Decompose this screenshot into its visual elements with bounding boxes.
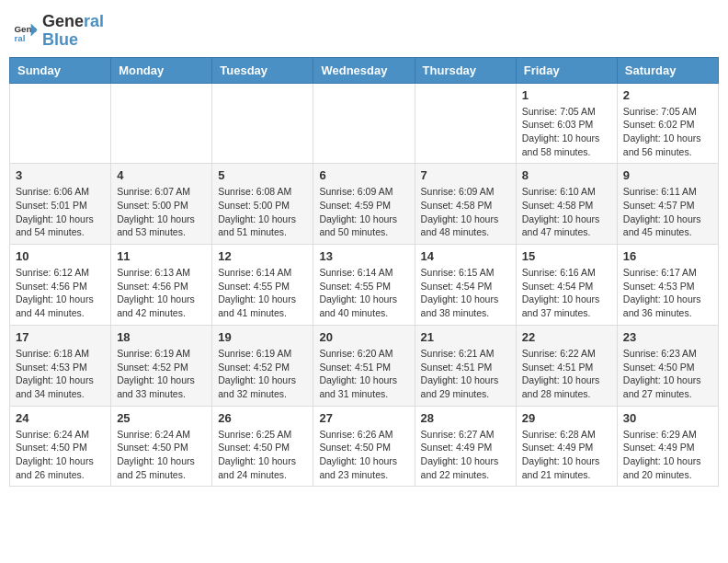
day-number: 22 xyxy=(522,330,611,344)
logo-text: General Blue xyxy=(42,13,104,50)
day-info: Sunrise: 6:08 AMSunset: 5:00 PMDaylight:… xyxy=(218,185,307,239)
calendar-cell xyxy=(212,83,313,164)
calendar-cell xyxy=(10,83,111,164)
day-info: Sunrise: 6:28 AMSunset: 4:49 PMDaylight:… xyxy=(522,428,611,482)
calendar-header-row: SundayMondayTuesdayWednesdayThursdayFrid… xyxy=(10,57,719,83)
day-info: Sunrise: 6:07 AMSunset: 5:00 PMDaylight:… xyxy=(117,185,206,239)
day-number: 14 xyxy=(421,249,510,263)
calendar-cell xyxy=(111,83,212,164)
day-number: 13 xyxy=(319,249,408,263)
day-info: Sunrise: 6:29 AMSunset: 4:49 PMDaylight:… xyxy=(623,428,712,482)
calendar-cell: 18Sunrise: 6:19 AMSunset: 4:52 PMDayligh… xyxy=(111,325,212,406)
svg-text:ral: ral xyxy=(14,33,25,43)
day-info: Sunrise: 6:17 AMSunset: 4:53 PMDaylight:… xyxy=(623,266,712,320)
calendar-cell: 5Sunrise: 6:08 AMSunset: 5:00 PMDaylight… xyxy=(212,164,313,245)
weekday-header-friday: Friday xyxy=(516,57,617,83)
day-info: Sunrise: 6:19 AMSunset: 4:52 PMDaylight:… xyxy=(218,347,307,401)
calendar-cell: 9Sunrise: 6:11 AMSunset: 4:57 PMDaylight… xyxy=(617,164,718,245)
calendar-cell: 25Sunrise: 6:24 AMSunset: 4:50 PMDayligh… xyxy=(111,406,212,487)
calendar-cell: 26Sunrise: 6:25 AMSunset: 4:50 PMDayligh… xyxy=(212,406,313,487)
day-number: 26 xyxy=(218,411,307,425)
weekday-header-monday: Monday xyxy=(111,57,212,83)
calendar-cell: 6Sunrise: 6:09 AMSunset: 4:59 PMDaylight… xyxy=(313,164,415,245)
day-number: 24 xyxy=(16,411,105,425)
calendar-cell: 24Sunrise: 6:24 AMSunset: 4:50 PMDayligh… xyxy=(10,406,111,487)
calendar-week-row: 3Sunrise: 6:06 AMSunset: 5:01 PMDaylight… xyxy=(10,164,719,245)
day-info: Sunrise: 6:11 AMSunset: 4:57 PMDaylight:… xyxy=(623,185,712,239)
day-number: 16 xyxy=(623,249,712,263)
day-info: Sunrise: 7:05 AMSunset: 6:03 PMDaylight:… xyxy=(522,105,611,159)
calendar-cell: 17Sunrise: 6:18 AMSunset: 4:53 PMDayligh… xyxy=(10,325,111,406)
day-info: Sunrise: 6:19 AMSunset: 4:52 PMDaylight:… xyxy=(117,347,206,401)
day-number: 5 xyxy=(218,168,307,182)
calendar-cell: 12Sunrise: 6:14 AMSunset: 4:55 PMDayligh… xyxy=(212,245,313,326)
day-number: 30 xyxy=(623,411,712,425)
calendar-cell: 11Sunrise: 6:13 AMSunset: 4:56 PMDayligh… xyxy=(111,245,212,326)
logo: Gene ral General Blue xyxy=(13,13,104,50)
calendar-cell: 30Sunrise: 6:29 AMSunset: 4:49 PMDayligh… xyxy=(617,406,718,487)
calendar-cell: 23Sunrise: 6:23 AMSunset: 4:50 PMDayligh… xyxy=(617,325,718,406)
day-info: Sunrise: 6:10 AMSunset: 4:58 PMDaylight:… xyxy=(522,185,611,239)
day-info: Sunrise: 7:05 AMSunset: 6:02 PMDaylight:… xyxy=(623,105,712,159)
calendar-cell xyxy=(415,83,516,164)
day-info: Sunrise: 6:14 AMSunset: 4:55 PMDaylight:… xyxy=(319,266,408,320)
day-number: 15 xyxy=(522,249,611,263)
day-number: 3 xyxy=(16,168,105,182)
day-number: 2 xyxy=(623,88,712,102)
logo-icon: Gene ral xyxy=(13,18,39,44)
day-info: Sunrise: 6:21 AMSunset: 4:51 PMDaylight:… xyxy=(421,347,510,401)
calendar-cell: 19Sunrise: 6:19 AMSunset: 4:52 PMDayligh… xyxy=(212,325,313,406)
day-info: Sunrise: 6:12 AMSunset: 4:56 PMDaylight:… xyxy=(16,266,105,320)
calendar-cell: 21Sunrise: 6:21 AMSunset: 4:51 PMDayligh… xyxy=(415,325,516,406)
day-number: 29 xyxy=(522,411,611,425)
calendar-cell: 2Sunrise: 7:05 AMSunset: 6:02 PMDaylight… xyxy=(617,83,718,164)
calendar-cell xyxy=(313,83,415,164)
day-number: 9 xyxy=(623,168,712,182)
day-info: Sunrise: 6:09 AMSunset: 4:59 PMDaylight:… xyxy=(319,185,408,239)
day-number: 20 xyxy=(319,330,408,344)
day-number: 23 xyxy=(623,330,712,344)
calendar-cell: 7Sunrise: 6:09 AMSunset: 4:58 PMDaylight… xyxy=(415,164,516,245)
calendar-week-row: 1Sunrise: 7:05 AMSunset: 6:03 PMDaylight… xyxy=(10,83,719,164)
day-number: 4 xyxy=(117,168,206,182)
day-info: Sunrise: 6:06 AMSunset: 5:01 PMDaylight:… xyxy=(16,185,105,239)
day-info: Sunrise: 6:24 AMSunset: 4:50 PMDaylight:… xyxy=(117,428,206,482)
day-info: Sunrise: 6:13 AMSunset: 4:56 PMDaylight:… xyxy=(117,266,206,320)
calendar-cell: 20Sunrise: 6:20 AMSunset: 4:51 PMDayligh… xyxy=(313,325,415,406)
day-number: 10 xyxy=(16,249,105,263)
calendar-cell: 1Sunrise: 7:05 AMSunset: 6:03 PMDaylight… xyxy=(516,83,617,164)
calendar-cell: 27Sunrise: 6:26 AMSunset: 4:50 PMDayligh… xyxy=(313,406,415,487)
day-info: Sunrise: 6:16 AMSunset: 4:54 PMDaylight:… xyxy=(522,266,611,320)
day-number: 17 xyxy=(16,330,105,344)
calendar-cell: 10Sunrise: 6:12 AMSunset: 4:56 PMDayligh… xyxy=(10,245,111,326)
day-number: 6 xyxy=(319,168,408,182)
day-number: 8 xyxy=(522,168,611,182)
calendar-table: SundayMondayTuesdayWednesdayThursdayFrid… xyxy=(9,57,719,488)
weekday-header-sunday: Sunday xyxy=(10,57,111,83)
page-header: Gene ral General Blue xyxy=(9,9,719,50)
calendar-week-row: 24Sunrise: 6:24 AMSunset: 4:50 PMDayligh… xyxy=(10,406,719,487)
day-number: 12 xyxy=(218,249,307,263)
day-info: Sunrise: 6:26 AMSunset: 4:50 PMDaylight:… xyxy=(319,428,408,482)
day-number: 28 xyxy=(421,411,510,425)
weekday-header-tuesday: Tuesday xyxy=(212,57,313,83)
day-info: Sunrise: 6:24 AMSunset: 4:50 PMDaylight:… xyxy=(16,428,105,482)
day-info: Sunrise: 6:25 AMSunset: 4:50 PMDaylight:… xyxy=(218,428,307,482)
calendar-cell: 29Sunrise: 6:28 AMSunset: 4:49 PMDayligh… xyxy=(516,406,617,487)
weekday-header-saturday: Saturday xyxy=(617,57,718,83)
calendar-week-row: 17Sunrise: 6:18 AMSunset: 4:53 PMDayligh… xyxy=(10,325,719,406)
day-info: Sunrise: 6:22 AMSunset: 4:51 PMDaylight:… xyxy=(522,347,611,401)
day-number: 25 xyxy=(117,411,206,425)
day-number: 21 xyxy=(421,330,510,344)
calendar-cell: 28Sunrise: 6:27 AMSunset: 4:49 PMDayligh… xyxy=(415,406,516,487)
day-info: Sunrise: 6:27 AMSunset: 4:49 PMDaylight:… xyxy=(421,428,510,482)
calendar-cell: 13Sunrise: 6:14 AMSunset: 4:55 PMDayligh… xyxy=(313,245,415,326)
calendar-cell: 14Sunrise: 6:15 AMSunset: 4:54 PMDayligh… xyxy=(415,245,516,326)
calendar-cell: 15Sunrise: 6:16 AMSunset: 4:54 PMDayligh… xyxy=(516,245,617,326)
day-info: Sunrise: 6:20 AMSunset: 4:51 PMDaylight:… xyxy=(319,347,408,401)
weekday-header-thursday: Thursday xyxy=(415,57,516,83)
day-number: 1 xyxy=(522,88,611,102)
weekday-header-wednesday: Wednesday xyxy=(313,57,415,83)
calendar-cell: 22Sunrise: 6:22 AMSunset: 4:51 PMDayligh… xyxy=(516,325,617,406)
day-number: 11 xyxy=(117,249,206,263)
